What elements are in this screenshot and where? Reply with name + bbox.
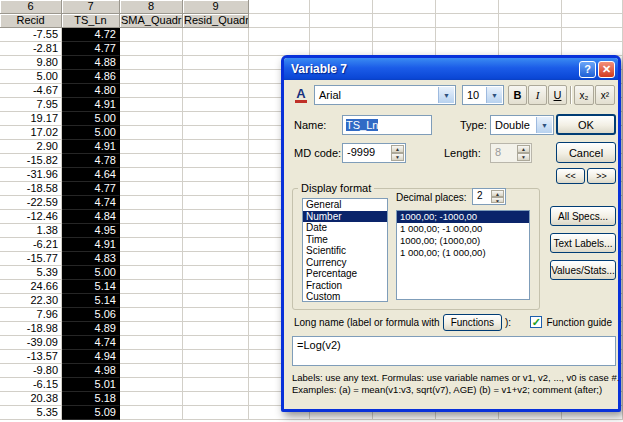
cell[interactable] xyxy=(436,42,499,56)
recid-cell[interactable]: -18.98 xyxy=(0,322,62,336)
cell[interactable] xyxy=(373,42,436,56)
subscript-button[interactable]: x₂ xyxy=(574,85,594,105)
column-name-header[interactable]: Recid xyxy=(0,14,62,28)
recid-cell[interactable]: 5.39 xyxy=(0,266,62,280)
column-number-header[interactable]: 7 xyxy=(62,0,120,14)
column-name-header[interactable]: SMA_Quadr xyxy=(120,14,183,28)
ts-ln-cell[interactable]: 4.91 xyxy=(62,98,120,112)
cell[interactable] xyxy=(499,0,562,14)
spin-up-icon[interactable]: ▲ xyxy=(391,145,404,153)
dialog-titlebar[interactable]: Variable 7 ? ✕ xyxy=(284,58,618,80)
list-item[interactable]: General xyxy=(303,199,387,211)
cell[interactable] xyxy=(310,42,373,56)
cell[interactable] xyxy=(249,28,310,42)
recid-cell[interactable]: 7.95 xyxy=(0,98,62,112)
cell[interactable] xyxy=(249,42,310,56)
cell[interactable] xyxy=(562,28,623,42)
recid-cell[interactable]: -2.81 xyxy=(0,42,62,56)
ts-ln-cell[interactable]: 4.91 xyxy=(62,238,120,252)
ts-ln-cell[interactable]: 4.94 xyxy=(62,350,120,364)
cell[interactable] xyxy=(373,14,436,28)
cell[interactable] xyxy=(120,196,183,210)
cell[interactable] xyxy=(120,280,183,294)
cell[interactable] xyxy=(120,112,183,126)
cell[interactable] xyxy=(120,350,183,364)
cell[interactable] xyxy=(120,308,183,322)
list-item[interactable]: Time xyxy=(303,234,387,246)
italic-button[interactable]: I xyxy=(528,85,547,105)
ts-ln-cell[interactable]: 4.89 xyxy=(62,322,120,336)
list-item[interactable]: Date xyxy=(303,222,387,234)
ts-ln-cell[interactable]: 5.00 xyxy=(62,126,120,140)
recid-cell[interactable]: -7.55 xyxy=(0,28,62,42)
cell[interactable] xyxy=(183,350,249,364)
column-number-header[interactable]: 9 xyxy=(183,0,249,14)
recid-cell[interactable]: 7.96 xyxy=(0,308,62,322)
recid-cell[interactable]: 19.17 xyxy=(0,112,62,126)
ts-ln-cell[interactable]: 5.00 xyxy=(62,266,120,280)
cell[interactable] xyxy=(183,336,249,350)
cell[interactable] xyxy=(120,238,183,252)
cell[interactable] xyxy=(249,14,310,28)
cell[interactable] xyxy=(183,154,249,168)
recid-cell[interactable]: -15.82 xyxy=(0,154,62,168)
ts-ln-cell[interactable]: 5.14 xyxy=(62,280,120,294)
close-icon[interactable]: ✕ xyxy=(598,61,615,78)
cell[interactable] xyxy=(249,0,310,14)
cell[interactable] xyxy=(373,28,436,42)
cell[interactable] xyxy=(183,224,249,238)
cell[interactable] xyxy=(120,378,183,392)
ts-ln-cell[interactable]: 4.77 xyxy=(62,42,120,56)
ts-ln-cell[interactable]: 4.83 xyxy=(62,252,120,266)
ok-button[interactable]: OK xyxy=(556,114,616,135)
cell[interactable] xyxy=(183,84,249,98)
ts-ln-cell[interactable]: 5.06 xyxy=(62,308,120,322)
recid-cell[interactable]: -39.09 xyxy=(0,336,62,350)
cell[interactable] xyxy=(183,364,249,378)
column-name-header[interactable]: TS_Ln xyxy=(62,14,120,28)
spin-down-icon[interactable]: ▼ xyxy=(491,197,504,204)
cell[interactable] xyxy=(120,56,183,70)
cell[interactable] xyxy=(499,28,562,42)
cell[interactable] xyxy=(183,294,249,308)
ts-ln-cell[interactable]: 4.78 xyxy=(62,154,120,168)
recid-cell[interactable]: 17.02 xyxy=(0,126,62,140)
cell[interactable] xyxy=(499,42,562,56)
cell[interactable] xyxy=(120,322,183,336)
decimal-places-spinner[interactable]: 2 ▲▼ xyxy=(472,188,506,205)
ts-ln-cell[interactable]: 4.95 xyxy=(62,224,120,238)
all-specs-button[interactable]: All Specs... xyxy=(550,206,616,226)
cell[interactable] xyxy=(436,0,499,14)
cell[interactable] xyxy=(120,84,183,98)
cell[interactable] xyxy=(183,392,249,406)
previous-variable-button[interactable]: << xyxy=(556,168,585,184)
recid-cell[interactable]: 24.66 xyxy=(0,280,62,294)
ts-ln-cell[interactable]: 4.88 xyxy=(62,56,120,70)
list-item[interactable]: Currency xyxy=(303,257,387,269)
cell[interactable] xyxy=(310,14,373,28)
cell[interactable] xyxy=(562,0,623,14)
cell[interactable] xyxy=(183,196,249,210)
ts-ln-cell[interactable]: 5.14 xyxy=(62,294,120,308)
chevron-down-icon[interactable]: ▼ xyxy=(438,87,454,103)
cell[interactable] xyxy=(183,112,249,126)
cell[interactable] xyxy=(183,210,249,224)
ts-ln-cell[interactable]: 4.77 xyxy=(62,182,120,196)
next-variable-button[interactable]: >> xyxy=(587,168,616,184)
cell[interactable] xyxy=(120,252,183,266)
recid-cell[interactable]: 22.30 xyxy=(0,294,62,308)
recid-cell[interactable]: -6.21 xyxy=(0,238,62,252)
recid-cell[interactable]: -13.57 xyxy=(0,350,62,364)
list-item[interactable]: Percentage xyxy=(303,268,387,280)
cell[interactable] xyxy=(120,182,183,196)
cell[interactable] xyxy=(183,406,249,420)
list-item[interactable]: 1 000,00; (1 000,00) xyxy=(397,247,529,259)
recid-cell[interactable]: 5.00 xyxy=(0,70,62,84)
cell[interactable] xyxy=(120,224,183,238)
functions-button[interactable]: Functions xyxy=(443,314,502,331)
cell[interactable] xyxy=(183,252,249,266)
cell[interactable] xyxy=(183,308,249,322)
ts-ln-cell[interactable]: 5.09 xyxy=(62,406,120,420)
chevron-down-icon[interactable]: ▼ xyxy=(486,87,502,103)
ts-ln-cell[interactable]: 4.84 xyxy=(62,210,120,224)
